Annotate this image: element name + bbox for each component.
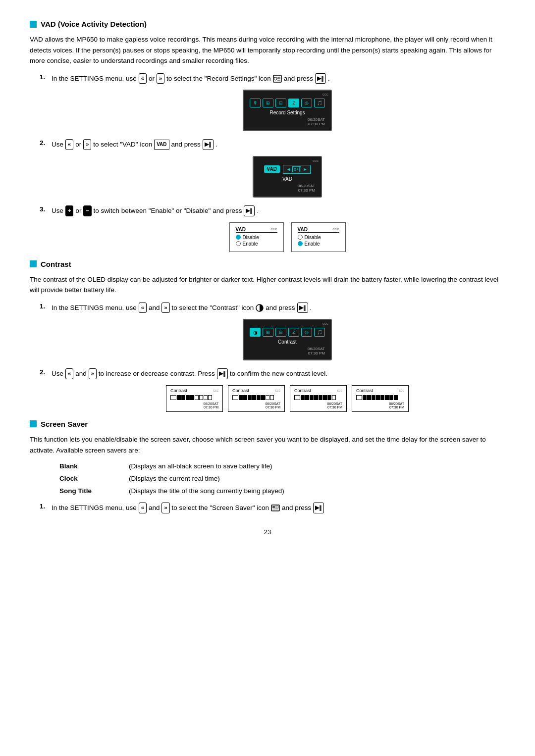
play-pause-button[interactable]: ▶‖ <box>244 205 255 216</box>
contrast-screen-3: Contrast ccc 06/20SAT07:30 PM <box>290 385 347 412</box>
connector-text: and <box>149 503 160 513</box>
step-number: 2. <box>40 368 50 376</box>
play-pause-button[interactable]: ▶‖ <box>297 302 308 313</box>
step-text-after: and press <box>284 73 313 84</box>
vad-option-title: VADccc <box>298 227 339 233</box>
next-button-icon[interactable]: » <box>83 139 91 150</box>
svg-rect-8 <box>276 506 278 508</box>
contrast-body-text: The contrast of the OLED display can be … <box>30 274 505 296</box>
disable-option: Disable <box>298 235 339 240</box>
disable-option: Disable <box>236 235 277 240</box>
step-number: 3. <box>40 205 50 213</box>
contrast-screen-4: Contrast ccc 06/20SAT07:30 PM <box>352 385 409 412</box>
item-def: (Displays an all-black screen to save ba… <box>129 462 272 470</box>
item-term: Clock <box>59 475 129 482</box>
step-text-after: and press <box>171 139 201 150</box>
step-number: 1. <box>40 73 50 81</box>
connector-text: or <box>149 73 155 84</box>
play-pause-button[interactable]: ▶‖ <box>313 503 324 513</box>
vad-section-header: VAD (Voice Activity Detection) <box>30 20 505 28</box>
list-item: Song Title (Displays the title of the so… <box>59 487 505 495</box>
step-text-after: to confirm the new contrast level. <box>230 368 327 379</box>
step-content: Use + or – to switch between "Enable" or… <box>52 205 259 216</box>
step-number: 1. <box>40 302 50 310</box>
svg-rect-7 <box>272 506 275 508</box>
enable-label: Enable <box>305 241 320 247</box>
minus-button-icon[interactable]: – <box>83 205 91 216</box>
step-text-after: and press <box>282 503 311 513</box>
step-text-mid: to select the "Screen Saver" icon <box>172 503 269 513</box>
next-button-icon[interactable]: » <box>89 368 97 379</box>
next-button-icon[interactable]: » <box>157 73 164 84</box>
vad-icon-label: VAD <box>154 140 169 150</box>
vad-options-screens: VADccc Disable Enable VADccc Disable Ena… <box>69 222 505 252</box>
contrast-title: Contrast <box>41 260 71 268</box>
play-pause-button[interactable]: ▶‖ <box>315 73 326 84</box>
contrast-select-screen: ccc ◑ ⊞ ⊟ Z ◎ 🎵 Contrast 06/20SAT07:30 P… <box>69 319 505 360</box>
radio-empty-icon <box>298 235 303 240</box>
radio-filled-icon <box>236 235 241 240</box>
enable-label: Enable <box>243 241 258 247</box>
record-settings-icon <box>273 75 282 83</box>
record-settings-screen: ccc 🎙 ⊞ ⊟ Z ◎ 🎵 Record Settings 06/20SAT… <box>69 90 505 131</box>
enable-option: Enable <box>298 241 339 247</box>
step-content: In the SETTINGS menu, use « and » to sel… <box>52 302 312 313</box>
step-number: 2. <box>40 139 50 147</box>
section-marker <box>30 21 37 28</box>
step-text-after: and press <box>266 302 295 313</box>
step-text-mid: to select the "Record Settings" icon <box>166 73 271 84</box>
svg-point-1 <box>274 77 277 80</box>
next-button-icon[interactable]: » <box>161 503 169 513</box>
item-def: (Displays the current real time) <box>129 475 220 482</box>
step-text-mid: to select the "Contrast" icon <box>172 302 254 313</box>
prev-button-icon[interactable]: « <box>139 302 147 313</box>
step-text: Use <box>52 205 63 216</box>
connector-text: and <box>75 368 87 379</box>
radio-filled-icon <box>298 241 303 246</box>
step-text: In the SETTINGS menu, use <box>52 73 137 84</box>
item-term: Song Title <box>59 487 129 495</box>
step-text: In the SETTINGS menu, use <box>52 302 137 313</box>
page-number: 23 <box>30 528 505 536</box>
screen-saver-section-header: Screen Saver <box>30 420 505 428</box>
vad-step-1: 1. In the SETTINGS menu, use « or » to s… <box>40 73 505 84</box>
step-number: 1. <box>40 503 50 510</box>
connector-text: and <box>149 302 160 313</box>
step-text-mid: to increase or decrease contrast. Press <box>99 368 215 379</box>
prev-button-icon[interactable]: « <box>65 368 73 379</box>
section-marker <box>30 260 37 267</box>
vad-title: VAD (Voice Activity Detection) <box>41 20 147 28</box>
enable-option: Enable <box>236 241 277 247</box>
step-text: Use <box>52 139 63 150</box>
contrast-bar-screens: Contrast ccc 06/20SAT07:30 PM Contrast c… <box>69 385 505 412</box>
connector-text: or <box>75 139 81 150</box>
vad-option-title: VADccc <box>236 227 277 233</box>
screen-saver-body-text: This function lets you enable/disable th… <box>30 434 505 455</box>
connector-text: or <box>75 205 81 216</box>
step-text: In the SETTINGS menu, use <box>52 503 137 513</box>
step-content: In the SETTINGS menu, use « and » to sel… <box>52 503 324 513</box>
radio-empty-icon <box>236 241 241 246</box>
next-button-icon[interactable]: » <box>161 302 169 313</box>
vad-enable-screen: VADccc Disable Enable <box>291 222 346 252</box>
play-pause-button[interactable]: ▶‖ <box>217 368 228 379</box>
contrast-section-header: Contrast <box>30 260 505 268</box>
plus-button-icon[interactable]: + <box>65 205 73 216</box>
prev-button-icon[interactable]: « <box>65 139 73 150</box>
play-pause-button[interactable]: ▶‖ <box>203 139 214 150</box>
section-marker <box>30 420 37 427</box>
step-content: Use « and » to increase or decrease cont… <box>52 368 327 379</box>
contrast-icon <box>256 304 264 312</box>
contrast-step-2: 2. Use « and » to increase or decrease c… <box>40 368 505 379</box>
vad-disable-screen: VADccc Disable Enable <box>229 222 284 252</box>
vad-body-text: VAD allows the MP650 to make gapless voi… <box>30 34 505 66</box>
list-item: Clock (Displays the current real time) <box>59 475 505 482</box>
disable-label: Disable <box>243 235 259 240</box>
contrast-screen-2: Contrast ccc 06/20SAT07:30 PM <box>228 385 285 412</box>
prev-button-icon[interactable]: « <box>139 73 147 84</box>
item-term: Blank <box>59 462 129 470</box>
screen-saver-step-1: 1. In the SETTINGS menu, use « and » to … <box>40 503 505 513</box>
step-text-mid: to select "VAD" icon <box>93 139 152 150</box>
step-content: Use « or » to select "VAD" icon VAD and … <box>52 139 217 150</box>
prev-button-icon[interactable]: « <box>139 503 147 513</box>
